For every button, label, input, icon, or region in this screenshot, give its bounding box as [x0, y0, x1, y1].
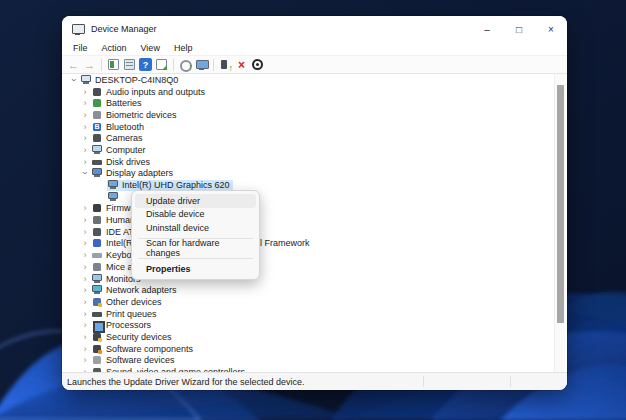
- vertical-scrollbar[interactable]: [554, 74, 565, 372]
- chevron-collapsed-icon[interactable]: ›: [79, 145, 91, 155]
- chevron-collapsed-icon[interactable]: ›: [79, 215, 91, 225]
- context-menu-item-scan-for-hardware-changes[interactable]: Scan for hardware changes: [135, 242, 256, 256]
- properties-icon[interactable]: [123, 58, 136, 71]
- chevron-collapsed-icon[interactable]: ›: [79, 238, 91, 248]
- tree-item-biometric-devices[interactable]: ›Biometric devices: [62, 109, 553, 121]
- context-menu-item-disable-device[interactable]: Disable device: [135, 208, 256, 222]
- chevron-collapsed-icon[interactable]: ›: [79, 110, 91, 120]
- battery-icon: [92, 98, 102, 108]
- chevron-collapsed-icon[interactable]: ›: [79, 87, 91, 97]
- tree-item-label: Other devices: [106, 297, 162, 307]
- tree-item-content: Biometric devices: [91, 109, 180, 120]
- maximize-button[interactable]: □: [503, 16, 535, 42]
- tree-item-content: Intel(R) UHD Graphics 620: [107, 180, 233, 191]
- chevron-collapsed-icon[interactable]: ›: [79, 274, 91, 284]
- close-button[interactable]: ×: [535, 16, 567, 42]
- tree-item-network-adapters[interactable]: ›Network adapters: [62, 284, 553, 296]
- chevron-expanded-icon[interactable]: ›: [69, 74, 79, 86]
- chevron-collapsed-icon[interactable]: ›: [79, 355, 91, 365]
- chevron-expanded-icon[interactable]: ›: [80, 167, 90, 179]
- back-icon[interactable]: [67, 58, 80, 71]
- chevron-collapsed-icon[interactable]: ›: [79, 285, 91, 295]
- menu-help[interactable]: Help: [167, 42, 200, 55]
- chevron-collapsed-icon[interactable]: ›: [79, 133, 91, 143]
- chevron-collapsed-icon[interactable]: ›: [79, 332, 91, 342]
- tree-item-software-devices[interactable]: ›Software devices: [62, 355, 553, 367]
- chevron-collapsed-icon[interactable]: ›: [79, 203, 91, 213]
- title-bar: Device Manager – □ ×: [62, 16, 567, 42]
- tree-item-label: Display adapters: [106, 168, 173, 178]
- menu-action[interactable]: Action: [95, 42, 134, 55]
- desktop-computer-icon: [81, 75, 91, 85]
- menu-view[interactable]: View: [134, 42, 167, 55]
- enable-device-icon[interactable]: [219, 58, 232, 71]
- update-driver-icon[interactable]: [179, 58, 192, 71]
- tree-item-computer[interactable]: ›Computer: [62, 144, 553, 156]
- processor-icon: [92, 320, 102, 330]
- network-adapters-icon: [92, 285, 102, 295]
- window-title: Device Manager: [91, 24, 157, 34]
- chevron-collapsed-icon[interactable]: ›: [79, 262, 91, 272]
- tree-item-security-devices[interactable]: ›Security devices: [62, 331, 553, 343]
- tree-item-other-devices[interactable]: ›Other devices: [62, 296, 553, 308]
- chevron-collapsed-icon[interactable]: ›: [79, 98, 91, 108]
- tree-item-audio-inputs-and-outputs[interactable]: ›Audio inputs and outputs: [62, 86, 553, 98]
- tree-item-content: [107, 191, 125, 202]
- tree-item-content: Batteries: [91, 98, 145, 109]
- tree-item-bluetooth[interactable]: ›Bluetooth: [62, 121, 553, 133]
- tree-item-software-components[interactable]: ›Software components: [62, 343, 553, 355]
- display-adapters-icon: [92, 168, 102, 178]
- bluetooth-icon: [92, 122, 102, 132]
- biometric-icon: [92, 110, 102, 120]
- menu-file[interactable]: File: [66, 42, 95, 55]
- uninstall-icon[interactable]: [235, 58, 248, 71]
- tree-item-label: Security devices: [106, 332, 172, 342]
- toolbar-separator: [173, 59, 174, 71]
- tree-item-processors[interactable]: ›Processors: [62, 319, 553, 331]
- help-icon[interactable]: [139, 58, 152, 71]
- tree-item-print-queues[interactable]: ›Print queues: [62, 308, 553, 320]
- scan-hardware-icon[interactable]: [251, 58, 264, 71]
- desktop-wallpaper: Device Manager – □ × FileActionViewHelp …: [0, 0, 626, 420]
- toolbar-separator: [101, 59, 102, 71]
- chevron-collapsed-icon[interactable]: ›: [79, 344, 91, 354]
- tree-item-desktop-c4in8q0[interactable]: ›DESKTOP-C4IN8Q0: [62, 74, 553, 86]
- context-menu: Update driverDisable deviceUninstall dev…: [131, 190, 260, 280]
- tree-item-content: Software devices: [91, 355, 178, 366]
- gpu-icon: [108, 180, 118, 190]
- chevron-collapsed-icon[interactable]: ›: [79, 250, 91, 260]
- tree-item-label: Software devices: [106, 355, 175, 365]
- scrollbar-thumb[interactable]: [557, 85, 564, 323]
- chevron-collapsed-icon[interactable]: ›: [79, 122, 91, 132]
- toolbar: [62, 56, 567, 74]
- software-components-icon: [92, 344, 102, 354]
- disk-drive-icon: [92, 157, 102, 167]
- chevron-collapsed-icon[interactable]: ›: [79, 227, 91, 237]
- export-list-icon[interactable]: [155, 58, 168, 71]
- statusbar-divider: [510, 376, 511, 387]
- forward-icon[interactable]: [83, 58, 96, 71]
- chevron-collapsed-icon[interactable]: ›: [79, 157, 91, 167]
- tree-item-content: Network adapters: [91, 285, 180, 296]
- tree-item-display-adapters[interactable]: ›Display adapters: [62, 168, 553, 180]
- chevron-collapsed-icon[interactable]: ›: [79, 320, 91, 330]
- context-menu-item-properties[interactable]: Properties: [135, 262, 256, 276]
- computer-screen-icon[interactable]: [195, 58, 208, 71]
- chevron-collapsed-icon[interactable]: ›: [79, 297, 91, 307]
- intel-framework-icon: [92, 238, 102, 248]
- console-tree-icon[interactable]: [107, 58, 120, 71]
- other-devices-icon: [92, 297, 102, 307]
- tree-item-disk-drives[interactable]: ›Disk drives: [62, 156, 553, 168]
- camera-icon: [92, 133, 102, 143]
- tree-item-cameras[interactable]: ›Cameras: [62, 132, 553, 144]
- tree-item-label: DESKTOP-C4IN8Q0: [95, 75, 178, 85]
- printer-icon: [92, 309, 102, 319]
- tree-item-content: Software components: [91, 343, 196, 354]
- tree-item-batteries[interactable]: ›Batteries: [62, 97, 553, 109]
- tree-item-content: Processors: [91, 320, 154, 331]
- toolbar-separator: [213, 59, 214, 71]
- context-menu-item-update-driver[interactable]: Update driver: [135, 194, 256, 208]
- minimize-button[interactable]: –: [471, 16, 503, 42]
- chevron-collapsed-icon[interactable]: ›: [79, 309, 91, 319]
- context-menu-item-uninstall-device[interactable]: Uninstall device: [135, 221, 256, 235]
